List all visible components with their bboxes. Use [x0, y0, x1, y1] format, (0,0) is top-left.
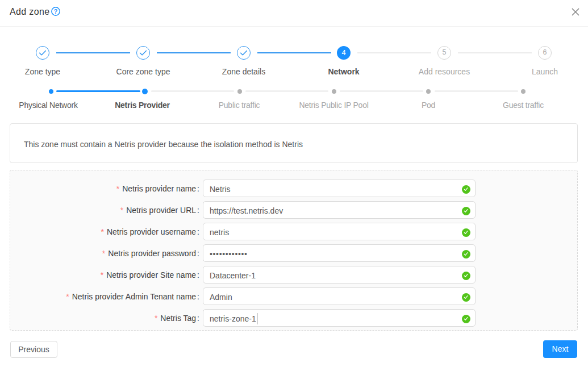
svg-text:?: ?	[53, 8, 57, 15]
